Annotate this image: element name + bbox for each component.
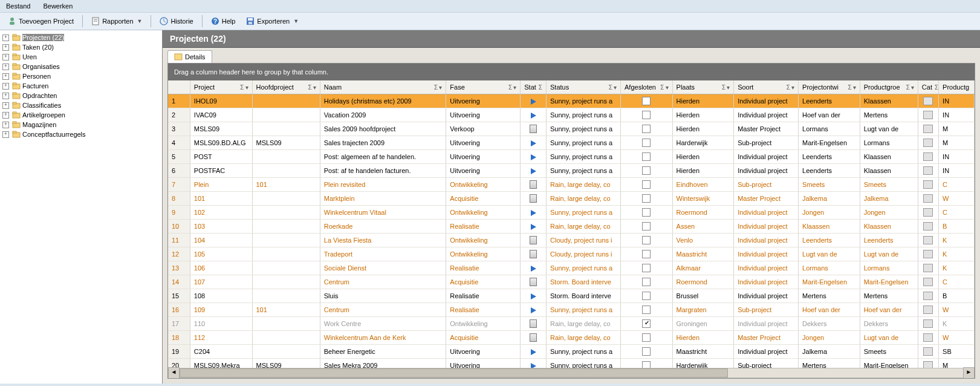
cell-cat[interactable]: C <box>939 178 975 192</box>
cell-stat[interactable] <box>521 108 547 122</box>
checkbox[interactable] <box>642 222 651 231</box>
cell-productgroep[interactable]: Klaassen <box>860 164 918 178</box>
cell-cat-icon[interactable] <box>918 359 938 368</box>
data-table[interactable]: ProjectΣ▾HoofdprojectΣ▾NaamΣ▾FaseΣ▾StatΣ… <box>168 80 975 368</box>
tree-expander-icon[interactable]: + <box>2 93 9 99</box>
cell-productgroep[interactable]: Smeets <box>860 345 918 359</box>
cell-afgesloten[interactable] <box>621 303 673 317</box>
column-header-groe[interactable]: ProductgroeΣ▾ <box>860 80 918 94</box>
cell-productgroep[interactable]: Mertens <box>860 108 918 122</box>
cell-soort[interactable]: Individual project <box>734 289 799 303</box>
cell-naam[interactable]: Winkelcentrum Aan de Kerk <box>320 331 446 345</box>
cell-cat-icon[interactable] <box>918 136 938 150</box>
tree-item[interactable]: +Magazijnen <box>1 120 161 129</box>
cell-soort[interactable]: Individual project <box>734 345 799 359</box>
column-header-hoofd[interactable]: HoofdprojectΣ▾ <box>252 80 320 94</box>
tree-expander-icon[interactable]: + <box>2 44 9 51</box>
cell-hoofdproject[interactable]: MSLS09 <box>252 136 320 150</box>
cell-cat[interactable]: M <box>939 122 975 136</box>
column-header-rownum[interactable] <box>168 80 190 94</box>
cell-cat[interactable]: IN <box>939 94 975 108</box>
cell-fase[interactable]: Uitvoering <box>446 164 521 178</box>
cell-cat-icon[interactable] <box>918 275 938 289</box>
cell-naam[interactable]: Plein revisited <box>320 178 446 192</box>
cell-afgesloten[interactable] <box>621 108 673 122</box>
filter-icon[interactable]: ▾ <box>791 84 794 91</box>
column-header-stat[interactable]: StatΣ <box>521 80 547 94</box>
cell-cat[interactable]: K <box>939 317 975 331</box>
cell-cat[interactable]: SB <box>939 345 975 359</box>
cell-cat-icon[interactable] <box>918 108 938 122</box>
tree-item[interactable]: +Facturen <box>1 81 161 91</box>
checkbox[interactable] <box>642 111 651 119</box>
cell-productgroep[interactable]: Mertens <box>860 289 918 303</box>
cell-hoofdproject[interactable] <box>252 94 320 108</box>
cell-stat[interactable] <box>521 192 547 206</box>
tree-item[interactable]: +Taken (20) <box>1 42 161 52</box>
filter-icon[interactable]: ▾ <box>666 84 669 91</box>
cell-naam[interactable]: Marktplein <box>320 192 446 206</box>
cell-cat[interactable]: M <box>939 359 975 368</box>
cell-afgesloten[interactable] <box>621 317 673 331</box>
table-row[interactable]: 18112Winkelcentrum Aan de KerkAcquisitie… <box>168 331 975 345</box>
cell-soort[interactable]: Individual project <box>734 220 799 234</box>
cell-stat[interactable] <box>521 206 547 220</box>
cell-hoofdproject[interactable] <box>252 275 320 289</box>
cell-project[interactable]: MSLS09.Mekra <box>190 359 252 368</box>
cell-projectontwikkelaar[interactable]: Smeets <box>799 178 860 192</box>
horizontal-scrollbar[interactable]: ◄ ► <box>168 368 975 378</box>
cell-fase[interactable]: Verkoop <box>446 122 521 136</box>
cell-status[interactable]: Sunny, project runs a <box>547 206 621 220</box>
cell-soort[interactable]: Master Project <box>734 331 799 345</box>
cell-fase[interactable]: Ontwikkeling <box>446 317 521 331</box>
sum-icon[interactable]: Σ <box>308 84 312 91</box>
cell-project[interactable]: 105 <box>190 247 252 261</box>
tree-expander-icon[interactable]: + <box>2 122 9 128</box>
cell-plaats[interactable]: Assen <box>672 220 734 234</box>
cell-hoofdproject[interactable] <box>252 192 320 206</box>
cell-soort[interactable]: Individual project <box>734 206 799 220</box>
cell-projectontwikkelaar[interactable]: Dekkers <box>799 317 860 331</box>
table-row[interactable]: 6POSTFACPost: af te handelen facturen.Ui… <box>168 164 975 178</box>
cell-hoofdproject[interactable] <box>252 220 320 234</box>
table-row[interactable]: 1IHOL09Holidays (christmas etc) 2009Uitv… <box>168 94 975 108</box>
cell-soort[interactable]: Individual project <box>734 94 799 108</box>
cell-naam[interactable]: La Viesta Fiesta <box>320 234 446 247</box>
cell-fase[interactable]: Acquisitie <box>446 275 521 289</box>
scroll-thumb[interactable] <box>180 368 728 378</box>
cell-cat-icon[interactable] <box>918 234 938 247</box>
cell-naam[interactable]: Winkelcentrum Vitaal <box>320 206 446 220</box>
cell-plaats[interactable]: Hierden <box>672 331 734 345</box>
cell-plaats[interactable]: Roermond <box>672 206 734 220</box>
tree-expander-icon[interactable]: + <box>2 112 9 119</box>
cell-plaats[interactable]: Alkmaar <box>672 261 734 275</box>
cell-stat[interactable] <box>521 94 547 108</box>
checkbox[interactable] <box>642 152 651 161</box>
cell-cat-icon[interactable] <box>918 317 938 331</box>
cell-afgesloten[interactable] <box>621 164 673 178</box>
sum-icon[interactable]: Σ <box>434 84 438 91</box>
cell-projectontwikkelaar[interactable]: Jalkema <box>799 192 860 206</box>
sum-icon[interactable]: Σ <box>508 84 512 91</box>
cell-afgesloten[interactable] <box>621 275 673 289</box>
tree-item[interactable]: +Artikelgroepen <box>1 110 161 120</box>
cell-fase[interactable]: Realisatie <box>446 261 521 275</box>
cell-status[interactable]: Sunny, project runs a <box>547 345 621 359</box>
tree-item[interactable]: +Opdrachten <box>1 91 161 100</box>
cell-projectontwikkelaar[interactable]: Lormans <box>799 122 860 136</box>
cell-status[interactable]: Sunny, project runs a <box>547 359 621 368</box>
cell-soort[interactable]: Sub-project <box>734 178 799 192</box>
cell-status[interactable]: Sunny, project runs a <box>547 122 621 136</box>
table-row[interactable]: 16109101CentrumRealisatieSunny, project … <box>168 303 975 317</box>
tree-expander-icon[interactable]: + <box>2 73 9 80</box>
cell-projectontwikkelaar[interactable]: Klaassen <box>799 220 860 234</box>
cell-afgesloten[interactable] <box>621 94 673 108</box>
table-row[interactable]: 9102Winkelcentrum VitaalOntwikkelingSunn… <box>168 206 975 220</box>
tree-item[interactable]: +Uren <box>1 52 161 62</box>
cell-status[interactable]: Sunny, project runs a <box>547 108 621 122</box>
cell-stat[interactable] <box>521 122 547 136</box>
cell-project[interactable]: MSLS09.BD.ALG <box>190 136 252 150</box>
scroll-track[interactable] <box>180 368 963 378</box>
checkbox[interactable] <box>642 319 651 328</box>
cell-naam[interactable]: Sales 2009 hoofdproject <box>320 122 446 136</box>
